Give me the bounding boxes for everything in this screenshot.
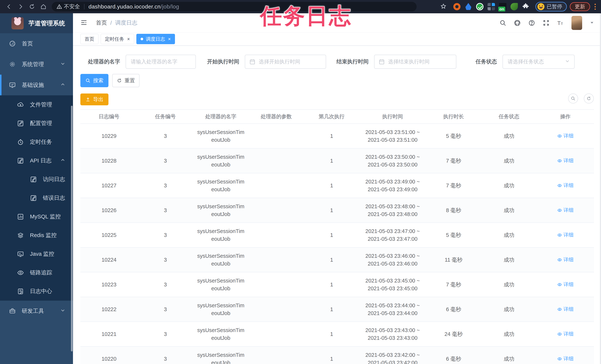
extensions-puzzle-icon[interactable] [522, 3, 529, 10]
table-row: 102283sysUserSessionTimeoutJob12021-05-0… [80, 149, 594, 173]
security-warning[interactable]: 不安全 [57, 3, 80, 10]
github-icon[interactable] [514, 20, 521, 26]
annotation-task-log: 任务日志 [260, 1, 352, 31]
profile-paused-badge[interactable]: 已暂停 [535, 2, 567, 11]
sidebar-item-10[interactable]: Redis 监控 [0, 226, 73, 245]
detail-link[interactable]: 详细 [557, 330, 573, 338]
breadcrumb-home[interactable]: 首页 [96, 19, 107, 27]
extension-icon[interactable] [476, 3, 483, 10]
cell-log-id: 10223 [80, 272, 138, 297]
cell-count: 1 [304, 347, 359, 364]
cell-action: 详细 [537, 149, 594, 173]
cell-param [249, 198, 304, 222]
sidebar-item-5[interactable]: 定时任务 [0, 133, 73, 151]
detail-link[interactable]: 详细 [557, 157, 573, 164]
svg-text:T: T [561, 22, 563, 26]
cell-param [249, 173, 304, 198]
extension-icon[interactable] [453, 3, 461, 10]
browser-update-button[interactable]: 更新 [570, 2, 590, 11]
cell-action: 详细 [537, 124, 594, 148]
detail-link[interactable]: 详细 [557, 231, 573, 239]
sidebar-item-6[interactable]: API 日志 [0, 151, 73, 170]
sidebar-item-12[interactable]: 链路追踪 [0, 263, 73, 282]
profile-avatar-emoji [537, 3, 544, 10]
status-select[interactable]: 请选择任务状态 [502, 55, 575, 69]
home-icon[interactable] [39, 2, 48, 11]
cell-param [249, 248, 304, 272]
user-avatar[interactable] [571, 16, 582, 30]
sidebar-item-14[interactable]: 研发工具 [0, 301, 73, 321]
tab-2[interactable]: 调度日志 × [136, 34, 175, 44]
detail-link[interactable]: 详细 [557, 182, 573, 189]
help-icon[interactable] [528, 20, 535, 26]
table-row: 102203sysUserSessionTimeoutJob12021-05-0… [80, 347, 594, 364]
search-icon [85, 78, 90, 83]
detail-link[interactable]: 详细 [557, 256, 573, 263]
refresh-table-button[interactable] [584, 93, 594, 103]
bookmark-star-icon[interactable] [441, 3, 446, 10]
font-size-icon[interactable]: TT [557, 20, 564, 26]
extension-icon[interactable] [465, 3, 472, 10]
cell-handler: sysUserSessionTimeoutJob [193, 248, 249, 272]
export-button[interactable]: 导出 [80, 93, 109, 105]
collapse-menu-icon[interactable] [80, 19, 88, 27]
search-icon[interactable] [499, 20, 506, 26]
show-search-button[interactable] [568, 93, 578, 103]
browser-menu-icon[interactable] [593, 3, 598, 11]
cell-duration: 11 毫秒 [426, 248, 481, 272]
sidebar-logo-row[interactable]: 芋道管理系统 [0, 13, 73, 33]
cell-task-id: 3 [138, 149, 193, 173]
sidebar-item-13[interactable]: 日志中心 [0, 282, 73, 301]
fullscreen-icon[interactable] [543, 20, 550, 26]
chevron-up-icon [60, 157, 66, 164]
sidebar-item-4[interactable]: 配置管理 [0, 114, 73, 133]
end-time-input[interactable] [374, 55, 456, 69]
search-button[interactable]: 搜索 [80, 74, 109, 87]
extension-icon[interactable] [488, 3, 495, 10]
detail-link[interactable]: 详细 [557, 281, 573, 288]
cell-action: 详细 [537, 322, 594, 346]
forward-icon[interactable] [16, 2, 25, 11]
tab-0[interactable]: 首页 × [80, 34, 99, 44]
handler-input[interactable] [126, 55, 196, 69]
sidebar-item-2[interactable]: 基础设施 [0, 75, 73, 95]
search-icon [571, 96, 575, 101]
reset-button[interactable]: 重置 [112, 74, 140, 87]
cell-handler: sysUserSessionTimeoutJob [193, 124, 249, 148]
sidebar-item-7[interactable]: 访问日志 [0, 170, 73, 189]
cell-handler: sysUserSessionTimeoutJob [193, 198, 249, 222]
dashboard-icon [9, 40, 16, 47]
cell-handler: sysUserSessionTimeoutJob [193, 272, 249, 297]
address-bar[interactable]: 不安全 dashboard.yudao.iocoder.cn/job/log [52, 2, 417, 11]
window-scrollbar[interactable] [600, 13, 601, 364]
sidebar-item-3[interactable]: 文件管理 [0, 95, 73, 114]
detail-link[interactable]: 详细 [557, 355, 573, 362]
back-icon[interactable] [5, 2, 13, 11]
table-row: 102223sysUserSessionTimeoutJob12021-05-0… [80, 297, 594, 322]
detail-link[interactable]: 详细 [557, 306, 573, 313]
sidebar-item-0[interactable]: 首页 [0, 33, 73, 54]
sidebar-item-1[interactable]: 系统管理 [0, 54, 73, 75]
cell-duration: 6 毫秒 [426, 347, 481, 364]
cell-duration: 7 毫秒 [426, 149, 481, 173]
start-time-input[interactable] [245, 55, 326, 69]
detail-link[interactable]: 详细 [557, 207, 573, 214]
extension-icon[interactable] [511, 3, 518, 10]
tab-1[interactable]: 定时任务 × [101, 34, 134, 44]
extension-icon[interactable]: on [499, 3, 506, 10]
reload-icon[interactable] [28, 2, 36, 11]
cell-task-id: 3 [138, 322, 193, 346]
sidebar-item-8[interactable]: 错误日志 [0, 189, 73, 207]
cell-task-id: 3 [138, 173, 193, 198]
sidebar-scrollbar[interactable] [71, 106, 73, 351]
detail-link[interactable]: 详细 [557, 132, 573, 140]
sidebar-item-9[interactable]: MySQL 监控 [0, 207, 73, 226]
table-row: 102233sysUserSessionTimeoutJob12021-05-0… [80, 272, 594, 297]
cell-log-id: 10224 [80, 248, 138, 272]
breadcrumb: 首页 / 调度日志 [96, 19, 137, 27]
export-icon [85, 97, 90, 102]
close-tab-icon[interactable]: × [127, 37, 130, 41]
sidebar-item-11[interactable]: Java 监控 [0, 245, 73, 263]
close-tab-icon[interactable]: × [168, 37, 171, 41]
chevron-down-icon[interactable] [590, 20, 594, 26]
